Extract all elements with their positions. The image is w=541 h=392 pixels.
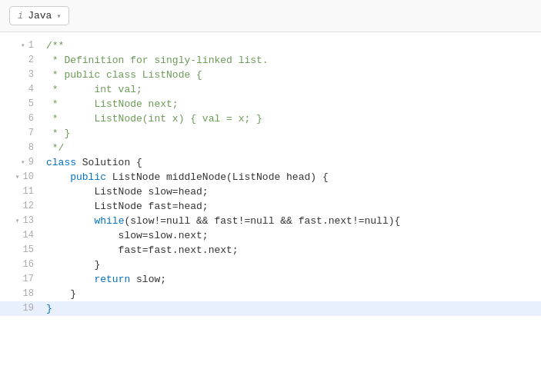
line-content: class Solution { <box>40 155 541 170</box>
code-line: 4 * int val; <box>0 82 541 97</box>
language-selector[interactable]: i Java ▾ <box>9 6 69 25</box>
line-content: * ListNode next; <box>40 97 541 111</box>
code-token: } <box>46 303 52 314</box>
line-number: 2 <box>0 53 40 68</box>
code-line: 2 * Definition for singly-linked list. <box>0 53 541 68</box>
line-number-text: 14 <box>23 228 34 243</box>
line-content: } <box>40 257 541 272</box>
line-number: ▾9 <box>0 155 40 170</box>
line-number-text: 13 <box>23 214 34 228</box>
code-line: 14 slow=slow.next; <box>0 228 541 243</box>
code-token <box>46 215 94 227</box>
line-content: */ <box>40 141 541 155</box>
line-content: public ListNode middleNode(ListNode head… <box>40 170 541 184</box>
code-token: * } <box>46 128 70 139</box>
line-number: 6 <box>0 111 40 126</box>
code-line: 15 fast=fast.next.next; <box>0 243 541 257</box>
line-number-text: 10 <box>23 170 34 184</box>
fold-arrow-icon[interactable]: ▾ <box>21 38 25 53</box>
info-icon: i <box>18 11 23 22</box>
code-token: return <box>94 274 130 285</box>
code-token <box>46 274 94 285</box>
chevron-down-icon: ▾ <box>56 12 61 21</box>
fold-arrow-icon[interactable]: ▾ <box>15 170 20 184</box>
line-number: 5 <box>0 97 40 111</box>
code-line: ▾13 while(slow!=null && fast!=null && fa… <box>0 214 541 228</box>
line-number-text: 12 <box>23 199 34 214</box>
code-line: 3 * public class ListNode { <box>0 68 541 82</box>
line-number-text: 19 <box>23 301 34 316</box>
line-content: * Definition for singly-linked list. <box>40 53 541 68</box>
line-content: /** <box>40 38 541 53</box>
code-line: 18 } <box>0 287 541 301</box>
line-content: ListNode fast=head; <box>40 199 541 214</box>
code-line: 6 * ListNode(int x) { val = x; } <box>0 111 541 126</box>
line-content: ListNode slow=head; <box>40 184 541 199</box>
line-number: 18 <box>0 287 40 301</box>
code-token: slow; <box>130 274 166 285</box>
line-content: * public class ListNode { <box>40 68 541 82</box>
code-token: * ListNode next; <box>46 98 179 110</box>
code-token: Solution { <box>76 157 142 168</box>
code-token: * Definition for singly-linked list. <box>46 55 269 66</box>
fold-arrow-icon[interactable]: ▾ <box>21 155 25 170</box>
line-number-text: 17 <box>23 272 34 287</box>
code-token: */ <box>46 142 64 154</box>
line-number-text: 5 <box>28 97 34 111</box>
line-number-text: 8 <box>28 141 34 155</box>
code-line: 16 } <box>0 257 541 272</box>
line-number-text: 15 <box>23 243 34 257</box>
line-number-text: 9 <box>28 155 34 170</box>
line-content: } <box>40 287 541 301</box>
code-token: ListNode middleNode(ListNode head) { <box>106 171 329 183</box>
line-number-text: 6 <box>28 111 34 126</box>
line-number-text: 11 <box>23 184 34 199</box>
toolbar: i Java ▾ <box>0 0 541 32</box>
code-token: while <box>94 215 124 227</box>
code-token: fast=fast.next.next; <box>46 244 239 256</box>
line-number: 17 <box>0 272 40 287</box>
line-content: * int val; <box>40 82 541 97</box>
language-label: Java <box>28 10 52 22</box>
code-token: * public class ListNode { <box>46 69 202 81</box>
fold-arrow-icon[interactable]: ▾ <box>15 214 20 228</box>
code-editor: ▾1/**2 * Definition for singly-linked li… <box>0 32 541 387</box>
line-number: 11 <box>0 184 40 199</box>
line-content: } <box>40 301 541 316</box>
code-line: ▾10 public ListNode middleNode(ListNode … <box>0 170 541 184</box>
line-content: while(slow!=null && fast!=null && fast.n… <box>40 214 541 228</box>
code-line: 17 return slow; <box>0 272 541 287</box>
line-number-text: 2 <box>28 53 34 68</box>
code-line: ▾1/** <box>0 38 541 53</box>
code-token: ListNode fast=head; <box>46 201 209 212</box>
line-number-text: 16 <box>23 257 34 272</box>
line-number-text: 7 <box>28 126 34 141</box>
line-number-text: 1 <box>28 38 34 53</box>
line-number: 12 <box>0 199 40 214</box>
line-number-text: 18 <box>23 287 34 301</box>
line-content: * } <box>40 126 541 141</box>
line-number: 14 <box>0 228 40 243</box>
code-token: } <box>46 288 76 300</box>
code-token: (slow!=null && fast!=null && fast.next!=… <box>124 215 400 227</box>
line-number: 15 <box>0 243 40 257</box>
code-line: ▾9class Solution { <box>0 155 541 170</box>
line-number: 4 <box>0 82 40 97</box>
line-content: return slow; <box>40 272 541 287</box>
line-number: 3 <box>0 68 40 82</box>
code-token: /** <box>46 40 64 51</box>
code-token: } <box>46 259 100 271</box>
code-token: class <box>46 157 76 168</box>
code-line: 7 * } <box>0 126 541 141</box>
code-line: 12 ListNode fast=head; <box>0 199 541 214</box>
line-number: ▾10 <box>0 170 40 184</box>
code-token <box>46 171 70 183</box>
line-content: * ListNode(int x) { val = x; } <box>40 111 541 126</box>
line-number-text: 3 <box>28 68 34 82</box>
code-line: 8 */ <box>0 141 541 155</box>
code-token: slow=slow.next; <box>46 230 209 241</box>
line-content: slow=slow.next; <box>40 228 541 243</box>
line-number-text: 4 <box>28 82 34 97</box>
line-number: 16 <box>0 257 40 272</box>
code-token: public <box>70 171 106 183</box>
